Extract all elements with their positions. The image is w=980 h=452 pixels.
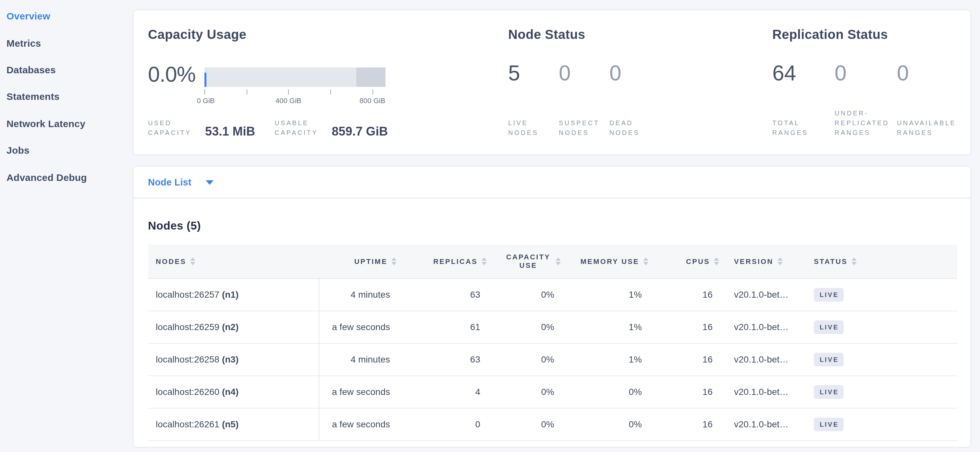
uptime-cell: a few seconds bbox=[319, 408, 396, 440]
sidebar-item-statements[interactable]: Statements bbox=[0, 83, 133, 110]
capacity-use-cell: 0% bbox=[487, 278, 561, 311]
version-text: v20.1.0-bet… bbox=[734, 289, 796, 300]
column-header-cpus[interactable]: CPUS bbox=[648, 244, 719, 278]
total-ranges-count: 64 bbox=[772, 61, 835, 86]
node-status-section: Node Status 5 0 0 LIVE NODES SUSPECT NOD… bbox=[508, 10, 768, 154]
axis-tick-label: 0 GiB bbox=[197, 97, 215, 105]
sidebar-item-overview[interactable]: Overview bbox=[0, 3, 133, 30]
version-cell: v20.1.0-bet… bbox=[719, 376, 796, 408]
capacity-use-cell: 0% bbox=[487, 311, 561, 343]
column-header-replicas[interactable]: REPLICAS bbox=[396, 244, 487, 278]
capacity-use-cell: 0% bbox=[487, 408, 561, 440]
node-list-selector[interactable]: Node List bbox=[134, 167, 970, 198]
sort-icon[interactable] bbox=[482, 257, 487, 265]
column-header-label: CPUS bbox=[686, 257, 710, 265]
table-row[interactable]: localhost:26257 (n1) 4 minutes 63 0% 1% … bbox=[148, 278, 957, 311]
capacity-use-cell: 0% bbox=[487, 343, 561, 376]
column-header-uptime[interactable]: UPTIME bbox=[319, 244, 396, 278]
sidebar-item-metrics[interactable]: Metrics bbox=[0, 30, 133, 56]
dead-nodes-label: DEAD NODES bbox=[609, 118, 651, 138]
replicas-cell: 4 bbox=[396, 376, 487, 408]
version-cell: v20.1.0-bet… bbox=[719, 311, 796, 343]
replication-status-section: Replication Status 64 0 0 TOTAL RANGES U… bbox=[772, 10, 967, 154]
sort-icon[interactable] bbox=[190, 257, 195, 265]
memory-use-cell: 1% bbox=[561, 311, 648, 343]
axis-tick bbox=[372, 89, 373, 95]
column-header-capacity-use[interactable]: CAPACITY USE bbox=[487, 244, 561, 278]
memory-use-cell: 1% bbox=[561, 343, 648, 376]
sidebar-item-advanced-debug[interactable]: Advanced Debug bbox=[0, 164, 133, 191]
replication-status-title: Replication Status bbox=[772, 27, 888, 42]
capacity-used-percent: 0.0% bbox=[148, 62, 195, 87]
status-cell: LIVE bbox=[796, 343, 957, 376]
column-header-label: VERSION bbox=[734, 257, 773, 265]
node-list-selector-label[interactable]: Node List bbox=[148, 177, 191, 187]
sort-icon[interactable] bbox=[714, 257, 719, 265]
sort-icon[interactable] bbox=[777, 257, 783, 265]
node-name-cell[interactable]: localhost:26259 (n2) bbox=[148, 311, 319, 343]
unavailable-ranges-label: UNAVAILABLE RANGES bbox=[897, 118, 954, 138]
column-header-label: REPLICAS bbox=[433, 257, 478, 265]
version-cell: v20.1.0-bet… bbox=[719, 278, 796, 311]
nodes-panel: Node List Nodes (5) NODES UPTIME REPLICA… bbox=[133, 166, 971, 447]
sort-icon[interactable] bbox=[555, 257, 561, 265]
cpus-cell: 16 bbox=[648, 408, 719, 440]
node-id: (n2) bbox=[222, 322, 239, 332]
status-badge: LIVE bbox=[814, 320, 844, 334]
replicas-cell: 63 bbox=[396, 343, 487, 376]
uptime-cell: a few seconds bbox=[319, 376, 396, 408]
under-replicated-ranges-count: 0 bbox=[835, 61, 897, 86]
column-header-label: CAPACITY USE bbox=[505, 253, 552, 270]
sort-icon[interactable] bbox=[643, 257, 648, 265]
column-header-label: STATUS bbox=[814, 257, 848, 265]
column-header-memory-use[interactable]: MEMORY USE bbox=[561, 244, 648, 278]
node-host: localhost:26259 bbox=[156, 322, 220, 332]
table-row[interactable]: localhost:26260 (n4) a few seconds 4 0% … bbox=[148, 376, 957, 408]
usable-capacity-value: 859.7 GiB bbox=[332, 125, 388, 139]
memory-use-cell: 0% bbox=[561, 408, 648, 440]
uptime-cell: a few seconds bbox=[319, 311, 396, 343]
sidebar-item-databases[interactable]: Databases bbox=[0, 56, 133, 83]
node-name-cell[interactable]: localhost:26257 (n1) bbox=[148, 278, 319, 311]
version-text: v20.1.0-bet… bbox=[734, 354, 796, 365]
column-header-nodes[interactable]: NODES bbox=[148, 244, 319, 278]
status-cell: LIVE bbox=[796, 376, 957, 408]
column-header-version[interactable]: VERSION bbox=[719, 244, 796, 278]
axis-tick bbox=[246, 89, 247, 95]
unavailable-ranges-count: 0 bbox=[897, 61, 959, 86]
cpus-cell: 16 bbox=[648, 311, 719, 343]
replicas-cell: 63 bbox=[396, 278, 487, 311]
version-cell: v20.1.0-bet… bbox=[719, 343, 796, 376]
replicas-cell: 61 bbox=[396, 311, 487, 343]
axis-tick bbox=[288, 89, 289, 95]
sort-icon[interactable] bbox=[851, 257, 857, 265]
capacity-bar-reserved-segment bbox=[356, 67, 385, 87]
sidebar-item-network-latency[interactable]: Network Latency bbox=[0, 110, 133, 137]
status-cell: LIVE bbox=[796, 278, 957, 311]
axis-tick-label: 400 GiB bbox=[275, 97, 301, 105]
used-capacity-label: USED CAPACITY bbox=[148, 118, 199, 138]
dead-nodes-count: 0 bbox=[609, 61, 660, 86]
status-badge: LIVE bbox=[814, 385, 844, 398]
node-name-cell[interactable]: localhost:26258 (n3) bbox=[148, 343, 319, 376]
status-badge: LIVE bbox=[814, 288, 844, 301]
live-nodes-label: LIVE NODES bbox=[508, 118, 550, 138]
nodes-count-heading: Nodes (5) bbox=[148, 219, 970, 233]
node-name-cell[interactable]: localhost:26260 (n4) bbox=[148, 376, 319, 408]
sort-icon[interactable] bbox=[391, 257, 396, 265]
column-header-status[interactable]: STATUS bbox=[796, 244, 957, 278]
table-row[interactable]: localhost:26259 (n2) a few seconds 61 0%… bbox=[148, 311, 957, 343]
status-cell: LIVE bbox=[796, 408, 957, 440]
status-badge: LIVE bbox=[814, 417, 844, 431]
table-row[interactable]: localhost:26258 (n3) 4 minutes 63 0% 1% … bbox=[148, 343, 957, 376]
status-badge: LIVE bbox=[814, 352, 844, 366]
node-status-title: Node Status bbox=[508, 27, 585, 42]
capacity-bar: 0 GiB 400 GiB 800 GiB bbox=[204, 67, 385, 87]
node-name-cell[interactable]: localhost:26261 (n5) bbox=[148, 408, 319, 440]
uptime-cell: 4 minutes bbox=[319, 343, 396, 376]
sidebar-item-jobs[interactable]: Jobs bbox=[0, 137, 133, 164]
node-host: localhost:26258 bbox=[156, 354, 220, 365]
table-row[interactable]: localhost:26261 (n5) a few seconds 0 0% … bbox=[148, 408, 957, 440]
total-ranges-label: TOTAL RANGES bbox=[772, 118, 829, 138]
chevron-down-icon[interactable] bbox=[206, 180, 213, 184]
